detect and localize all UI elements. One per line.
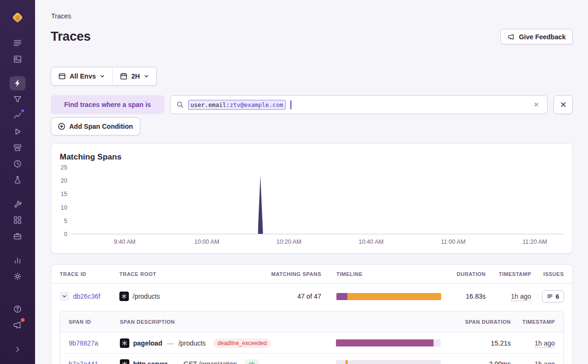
timeline-segment [336,293,347,300]
time-range-filter[interactable]: 2H [112,67,156,85]
project-platform-icon [119,292,129,301]
breadcrumb[interactable]: Traces [51,12,573,20]
chevron-down-icon [144,73,149,79]
collapse-row-button[interactable] [60,292,69,301]
add-span-condition-button[interactable]: Add Span Condition [51,117,140,135]
calendar-icon [120,72,127,80]
filter-funnel-icon[interactable] [9,92,26,107]
whats-new-dot [20,317,26,323]
col-span-timestamp: TIMESTAMP [523,319,555,325]
separator: — [167,339,173,347]
whats-new-icon[interactable] [9,318,26,332]
chart-title: Matching Spans [60,151,564,163]
trace-row: db26c36f /products 47 of 47 16.83s 1h ag… [51,284,572,309]
timeline-segment [347,293,441,300]
history-clock-icon[interactable] [9,157,26,171]
span-duration: 15.21s [491,339,511,347]
span-description: GET /organization [183,360,237,364]
trace-root-label: /products [133,293,160,300]
close-search-button[interactable] [553,95,573,114]
x-tick: 9:40 AM [114,239,136,245]
add-span-condition-label: Add Span Condition [69,123,133,130]
trace-id-link[interactable]: db26c36f [73,293,100,300]
issues-count: 6 [556,293,559,300]
give-feedback-label: Give Feedback [519,33,566,41]
issues-icon[interactable] [9,36,26,50]
search-token-key: user.email: [190,101,230,108]
col-timeline: TIMELINE [321,271,362,277]
plus-circle-icon [58,123,65,130]
experiments-flask-icon[interactable] [9,173,26,187]
col-trace-root: TRACE ROOT [119,271,267,277]
trace-duration: 16.83s [466,293,486,300]
col-issues: ISSUES [543,271,564,277]
chart-spike [258,176,263,234]
y-tick: 15 [61,191,67,197]
col-span-description: SPAN DESCRIPTION [120,319,321,325]
time-range-filter-label: 2H [131,72,140,80]
col-trace-id: TRACE ID [60,271,119,277]
traces-icon[interactable] [9,76,26,90]
projects-icon[interactable] [9,52,26,66]
span-search-row: Find traces where a span is user.email:z… [51,95,573,114]
chart-y-axis: 25 20 15 10 5 0 [60,168,67,234]
page-title: Traces [51,29,90,44]
col-matching-spans: MATCHING SPANS [271,271,321,277]
replays-play-icon[interactable] [9,124,26,139]
clear-search-icon[interactable] [531,99,542,110]
archive-boxes-icon[interactable] [9,141,26,155]
sidebar-bottom-group [9,302,26,358]
integrations-wrench-icon[interactable] [9,197,26,211]
span-status-badge: deadline_exceeded [213,338,271,348]
insights-alert-dot [20,108,25,113]
environment-filter-label: All Envs [70,72,96,80]
x-tick: 10:40 AM [359,239,384,245]
issues-count-button[interactable]: 6 [542,290,564,302]
span-op: http.server [133,360,167,364]
settings-gear-icon[interactable] [9,269,26,284]
filter-bar: All Envs 2H [51,67,157,86]
collapse-sidebar-icon[interactable] [9,342,26,356]
insights-chart-icon[interactable] [9,108,26,123]
span-id-link[interactable]: 9b78827a [69,339,120,347]
col-span-duration: SPAN DURATION [465,319,511,325]
y-tick: 20 [61,178,67,184]
x-tick: 10:20 AM [276,239,301,245]
span-status-badge: ok [244,359,259,364]
col-span-id: SPAN ID [69,319,120,325]
stats-bars-icon[interactable] [9,253,26,267]
page-header: Traces Give Feedback [51,29,573,44]
x-tick: 10:00 AM [194,239,219,245]
help-icon[interactable] [9,302,26,316]
trace-timestamp[interactable]: 1h ago [511,293,531,301]
y-tick: 25 [61,164,67,171]
col-duration: DURATION [457,271,486,277]
span-row: 9b78827a pageload — /products deadline_e… [60,333,563,354]
timeline-segment [336,339,434,346]
give-feedback-button[interactable]: Give Feedback [500,29,573,44]
y-tick: 5 [64,218,67,224]
dashboards-grid-icon[interactable] [9,213,26,227]
environment-filter[interactable]: All Envs [51,67,112,85]
chart-plot-area [72,168,564,234]
sentry-logo-icon[interactable] [10,10,25,25]
y-tick: 0 [64,231,67,238]
span-subtable: SPAN ID SPAN DESCRIPTION SPAN DURATION T… [60,311,564,364]
issues-stack-icon [547,293,553,300]
organization-briefcase-icon[interactable] [9,229,26,243]
span-timestamp[interactable]: 1h ago [534,360,555,364]
project-platform-icon [120,338,129,348]
span-op: pageload [133,339,162,347]
span-id-link[interactable]: b7a7e441 [69,360,120,364]
span-timestamp[interactable]: 1h ago [534,339,555,348]
x-tick: 11:00 AM [441,239,465,245]
chart-plot-row: 25 20 15 10 5 0 [60,168,564,234]
x-tick: 11:20 AM [523,239,547,245]
span-search-input[interactable]: user.email:ztv@example.com [170,95,548,114]
window-icon [58,72,66,80]
traces-table-card: TRACE ID TRACE ROOT MATCHING SPANS TIMEL… [51,264,573,364]
text-caret [290,100,291,109]
span-table-header: SPAN ID SPAN DESCRIPTION SPAN DURATION T… [60,311,563,333]
search-token[interactable]: user.email:ztv@example.com [188,100,286,110]
span-timeline-bar [336,339,441,346]
